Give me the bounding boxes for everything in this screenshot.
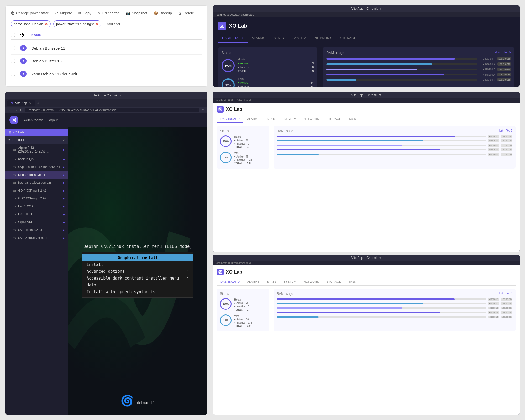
br-dashboard-top: Status 100% Hosts ● Active 3 ● Inactive … [217,126,516,169]
tab-alarms[interactable]: ALARMS [248,34,270,43]
br-ram-row-top-1: ● R620-L2 128.00 GB [277,139,512,142]
filter-chip-name[interactable]: name_label:Debian ✕ [11,20,51,27]
nav-arrow-icon: ▶ [63,197,65,200]
menu-item-speech[interactable]: Install with speech synthesis [82,288,193,295]
sidebar-item-gdy-a2[interactable]: ▭ GDY XCP-ng 8.2 A2 ▶ [5,195,68,202]
forward-button[interactable]: → [14,108,17,112]
br-tab-stats-bottom[interactable]: STATS [263,279,280,285]
snapshot-button[interactable]: 📷 Snapshot [126,11,147,15]
filter-power-remove[interactable]: ✕ [95,22,98,26]
br-ram-row-top-2: ● R620-L3 128.00 GB [277,144,512,147]
br-tab-alarms-bottom[interactable]: ALARMS [243,279,263,285]
xo-title: XO Lab [229,23,247,29]
tab-system[interactable]: SYSTEM [288,34,310,43]
power-state-button[interactable]: ⏻ Change power state [11,11,49,15]
sidebar-item-cypress[interactable]: ▭ Cypress Test 1651048040274 ▶ [5,163,68,171]
select-all-checkbox[interactable] [11,33,15,37]
br-tab-task-top[interactable]: TASK [345,116,360,123]
nav-arrow-icon: ▶ [63,205,65,208]
hosts-details: Hosts ● Active 3 ● Inactive 0 TOTAL 3 [238,58,314,74]
sidebar-item-debian-bullseye[interactable]: ▭ Debian Bullseye 11 ▶ [5,171,68,179]
sidebar-item-freenas[interactable]: ▭ freenas-qa.localdomain ▶ [5,179,68,187]
br-tab-network-bottom[interactable]: NETWORK [300,279,323,285]
filter-bar: name_label:Debian ✕ power_state:/^Runnin… [11,20,202,27]
br-tab-storage-bottom[interactable]: STORAGE [323,279,345,285]
vm-checkbox-2[interactable] [11,72,15,76]
br-tab-stats-top[interactable]: STATS [263,116,280,123]
menu-item-install[interactable]: Install [82,261,193,268]
backup-button[interactable]: 📦 Backup [154,11,172,15]
filter-chip-power[interactable]: power_state:/^Running$/ ✕ [53,20,101,27]
vm-power-btn-2[interactable] [20,71,27,77]
sidebar-item-backup-qa[interactable]: ▭ backup QA ▶ [5,155,68,163]
br-ram-row-top-0: ● R620-L1 128.00 GB [277,135,512,138]
menu-item-help[interactable]: Help [82,282,193,288]
switch-theme-link[interactable]: Switch theme [23,118,43,122]
br-tab-storage-top[interactable]: STORAGE [323,116,345,123]
br-xo-title-bottom: XO Lab [226,269,242,275]
sidebar-item-sve-a1[interactable]: ▭ SVE Tests 8.2 A1 ▶ [5,226,68,234]
nav-arrow-icon: ▶ [63,181,65,184]
br-xo-logo-bottom [217,269,224,275]
br-ram-row-bot-2: ● R620-L3 128.00 GB [277,307,512,309]
add-filter-button[interactable]: + Add filter [104,22,120,26]
ram-card: RAM usage Host Top 5 ● R620-L1 128.00 GB… [323,47,514,87]
url-bar[interactable]: localhost:3000/vm/807958fb-63b0-ec5c-b61… [25,108,199,112]
bookmark-icon[interactable]: ☆ [201,108,204,112]
add-filter-label: + Add filter [104,22,120,26]
copy-button[interactable]: ⧉ Copy [78,11,91,15]
refresh-button[interactable]: ↻ [20,108,23,112]
br-hosts-circle-bottom: 100% [220,298,232,310]
sidebar-item-squid[interactable]: ▭ Squid VM ▶ [5,218,68,226]
br-tab-network-top[interactable]: NETWORK [300,116,323,123]
vm-checkbox-0[interactable] [11,46,15,50]
vm-power-btn-0[interactable] [20,45,27,51]
br-vms-circle-bottom: 19% [220,314,232,326]
br-tab-system-bottom[interactable]: SYSTEM [280,279,300,285]
edit-config-button[interactable]: ✎ Edit config [98,11,119,15]
menu-item-advanced[interactable]: Advanced options› [82,268,193,275]
tab-network[interactable]: NETWORK [311,34,336,43]
br-tab-dashboard-top[interactable]: DASHBOARD [217,116,243,123]
debian-logo: 🌀 debian 11 [120,395,155,407]
chrome-tab-vite[interactable]: V Vite App ✕ [7,100,35,106]
sidebar-item-alpine[interactable]: ▭ Alpine 3.13 (20220725T142158… ▶ [5,144,68,155]
new-tab-button[interactable]: + [35,100,41,107]
br-ram-card-top: RAM usage Host Top 5 ● R620-L1 128.00 GB… [274,126,516,169]
menu-item-accessible[interactable]: Accessible dark contrast installer menu› [82,275,193,282]
back-button[interactable]: ← [8,108,12,112]
tab-storage[interactable]: STORAGE [336,34,360,43]
backup-icon: 📦 [154,11,158,15]
table-row[interactable]: Debian Bullseye 11 [11,42,202,55]
vm-name-2: Yann Debian 11 Cloud-Init [31,72,202,76]
sidebar-item-lab1xoa[interactable]: ▭ Lab 1 XOA ▶ [5,202,68,210]
table-row[interactable]: Yann Debian 11 Cloud-Init [11,67,202,80]
tab-stats[interactable]: STATS [270,34,288,43]
vm-icon: ▭ [13,204,16,208]
sidebar-server-r620l1[interactable]: ≡ R620-L1 ∨ [5,136,68,144]
br-tab-alarms-top[interactable]: ALARMS [243,116,263,123]
br-tab-task-bottom[interactable]: TASK [345,279,360,285]
menu-item-graphical[interactable]: Graphical install [82,254,193,261]
copy-label: Copy [83,11,91,15]
vm-list-panel: ⏻ Change power state ⇄ Migrate ⧉ Copy ✎ … [5,5,207,87]
vm-checkbox-1[interactable] [11,59,15,63]
sidebar-group-xolab[interactable]: ⊞ XO Lab [5,129,68,136]
logout-link[interactable]: Logout [47,118,58,122]
delete-button[interactable]: 🗑 Delete [178,11,194,15]
migrate-button[interactable]: ⇄ Migrate [55,11,72,15]
tab-close-btn[interactable]: ✕ [29,102,32,105]
tab-dashboard[interactable]: DASHBOARD [218,34,248,43]
filter-name-remove[interactable]: ✕ [45,22,48,26]
sidebar-item-sve-xen[interactable]: ▭ SVE XenServer 8.21 ▶ [5,234,68,242]
vm-power-btn-1[interactable] [20,58,27,64]
sidebar-item-gdy-a1[interactable]: ▭ GDY XCP-ng 8.2 A1 ▶ [5,187,68,195]
br-tab-dashboard-bottom[interactable]: DASHBOARD [217,279,243,285]
chrome-url-top: localhost:3000/xo#/dashboard [213,12,520,17]
table-row[interactable]: Debian Buster 10 [11,55,202,67]
br-tab-system-top[interactable]: SYSTEM [280,116,300,123]
debian-swirl-icon: 🌀 [120,395,134,407]
xo-header: XO Lab [218,22,514,30]
sidebar-item-pxe[interactable]: ▭ PXE TFTP ▶ [5,210,68,218]
edit-label: Edit config [102,11,119,15]
